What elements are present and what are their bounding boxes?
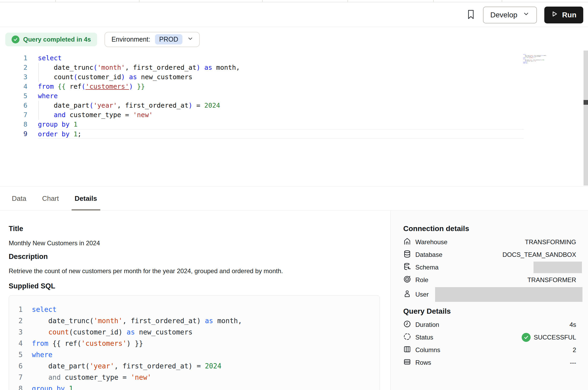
details-panel: Title Monthly New Customers in 2024 Desc… [0,211,390,390]
connection-row-database: Database DOCS_TEAM_SANDBOX [403,248,576,261]
line-number: 6 [0,101,27,110]
line-number: 4 [17,338,23,349]
code-line: 6 date_part('year', first_ordered_at) = … [0,101,588,110]
query-details-rows: Duration 4s Status [403,318,576,369]
tab-data[interactable]: Data [9,187,29,210]
environment-label: Environment: [111,36,150,43]
line-number: 5 [0,91,27,101]
details-content: Title Monthly New Customers in 2024 Desc… [0,211,588,390]
line-number: 1 [17,304,23,315]
line-number: 9 [0,129,27,139]
tab-chart[interactable]: Chart [39,187,62,210]
status-label: Status [415,334,433,341]
rows-label: Rows [415,359,431,366]
line-number: 3 [0,72,27,82]
role-value: TRANSFORMER [527,276,576,284]
database-icon [403,250,411,259]
role-label: Role [415,276,428,284]
warehouse-value: TRANSFORMING [525,238,576,246]
check-circle-icon [12,36,19,43]
editor-code: 1select2 date_trunc('month', first_order… [0,53,588,139]
warehouse-label: Warehouse [415,238,447,246]
code-line: 2 date_trunc('month', first_ordered_at) … [17,315,380,327]
tab-divider [55,0,56,2]
top-tab-strip [0,0,588,2]
tab-divider [262,0,263,2]
tab-divider [347,0,348,2]
connection-panel: Connection details Warehouse TRANSFORMIN… [390,211,588,390]
environment-selector[interactable]: Environment: PROD [104,32,200,47]
rows-icon [403,358,411,367]
connection-row-schema: Schema [403,261,576,274]
schema-icon [403,263,411,272]
results-tab-bar: Data Chart Details [0,186,588,211]
duration-value: 4s [570,321,576,328]
columns-icon [403,345,411,355]
query-status-text: Query completed in 4s [23,36,91,43]
bookmark-icon [466,9,476,21]
toolbar: Develop Run [0,3,588,27]
editor-scrollbar[interactable] [584,51,588,186]
code-line: 8group by 1 [0,120,588,129]
query-row-status: Status SUCCESSFUL [403,331,576,344]
code-line: 8group by 1 [17,383,380,390]
code-line: 6 date_part('year', first_ordered_at) = … [17,361,380,372]
role-icon [403,275,411,285]
connection-row-user: User [403,286,576,303]
line-number: 6 [17,361,23,372]
connection-row-role: Role TRANSFORMER [403,274,576,286]
database-label: Database [415,251,442,258]
code-line: 9order by 1; [522,63,551,64]
connection-rows: Warehouse TRANSFORMING Database DOCS_TEA… [403,236,576,303]
line-number: 5 [17,349,23,361]
chevron-down-icon [523,11,530,19]
editor-scrollbar-thumb[interactable] [584,100,588,105]
develop-button[interactable]: Develop [483,7,537,23]
description-value: Retrieve the count of new customers per … [9,267,380,275]
tab-chart-label: Chart [42,194,59,203]
minimap-code: 1select2 date_trunc('month', first_order… [522,54,551,64]
description-heading: Description [9,252,380,261]
query-details-heading: Query Details [403,307,576,316]
tab-divider [433,0,434,2]
columns-value: 2 [573,346,576,354]
line-number: 1 [0,53,27,63]
chevron-down-icon [187,36,193,43]
query-row-duration: Duration 4s [403,318,576,331]
line-number: 8 [0,120,27,129]
line-number: 2 [17,315,23,327]
play-icon [551,11,558,19]
run-button-label: Run [562,11,576,19]
run-button[interactable]: Run [544,7,583,23]
tab-data-label: Data [12,194,26,203]
duration-label: Duration [415,321,439,328]
line-number: 4 [0,82,27,91]
schema-redacted-value [534,262,582,273]
line-number: 7 [17,372,23,383]
code-line: 1select [17,304,380,315]
tab-details[interactable]: Details [72,187,100,210]
develop-button-label: Develop [490,11,517,19]
code-line: 5where [17,349,380,361]
line-number: 7 [0,110,27,120]
editor-minimap[interactable]: 1select2 date_trunc('month', first_order… [522,54,551,71]
code-line: 4from {{ ref('customers') }} [17,338,380,349]
title-value: Monthly New Customers in 2024 [9,239,380,247]
code-line: 5where [0,91,588,101]
status-value: SUCCESSFUL [534,334,576,341]
supplied-sql-heading: Supplied SQL [9,282,380,291]
query-row-columns: Columns 2 [403,344,576,356]
duration-icon [403,320,411,329]
connection-details-heading: Connection details [403,224,576,233]
title-heading: Title [9,224,380,233]
bookmark-button[interactable] [466,9,476,21]
sql-editor[interactable]: 1select2 date_trunc('month', first_order… [0,51,588,186]
line-number: 2 [0,63,27,72]
query-row-rows: Rows --- [403,356,576,369]
query-status-pill: Query completed in 4s [5,33,97,46]
user-icon [403,290,411,299]
status-icon [403,333,411,342]
code-line: 2 date_trunc('month', first_ordered_at) … [0,63,588,72]
supplied-sql-card: 1select2 date_trunc('month', first_order… [9,295,380,390]
code-line: 3 count(customer_id) as new_customers [17,327,380,338]
